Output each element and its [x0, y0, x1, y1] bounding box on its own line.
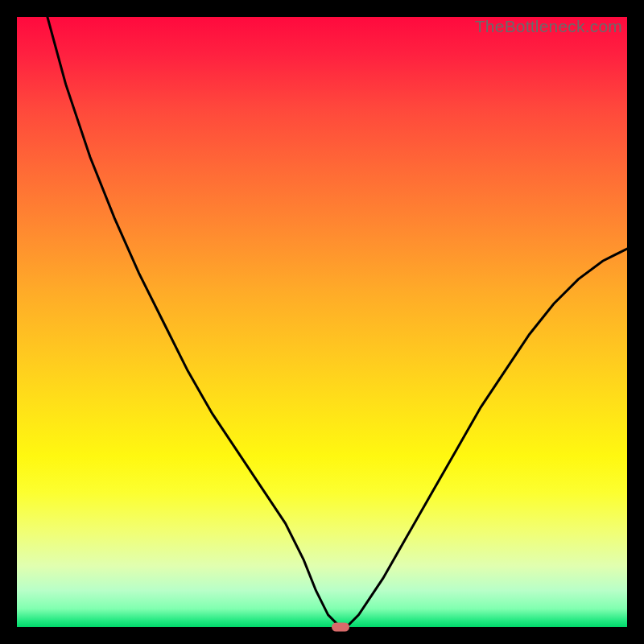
bottleneck-curve: [17, 17, 627, 627]
plot-area: TheBottleneck.com: [17, 17, 627, 627]
optimum-marker: [332, 623, 349, 632]
